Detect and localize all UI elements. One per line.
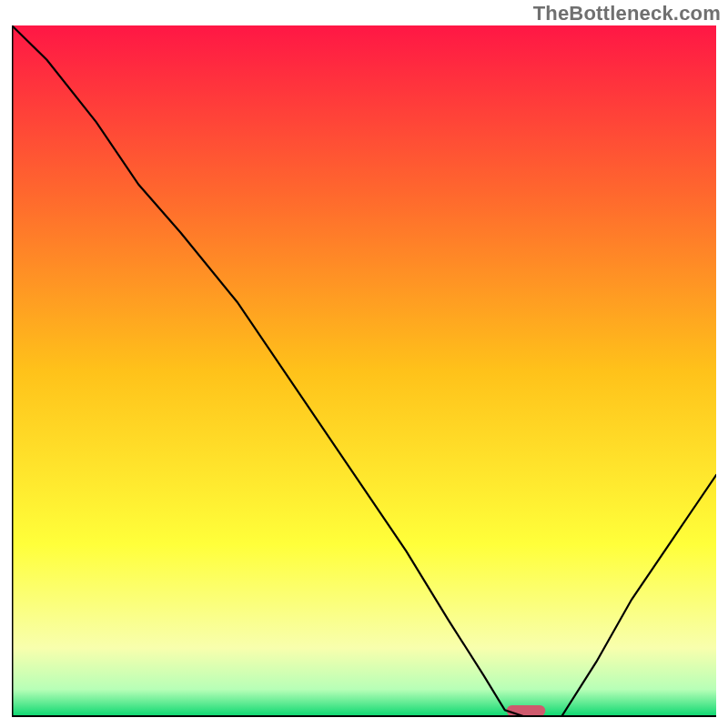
plot-area — [12, 25, 716, 717]
chart-svg — [12, 25, 716, 717]
chart-stage: TheBottleneck.com — [0, 0, 728, 728]
watermark-text: TheBottleneck.com — [533, 2, 721, 25]
optimal-marker — [507, 705, 546, 716]
gradient-background — [12, 25, 716, 717]
